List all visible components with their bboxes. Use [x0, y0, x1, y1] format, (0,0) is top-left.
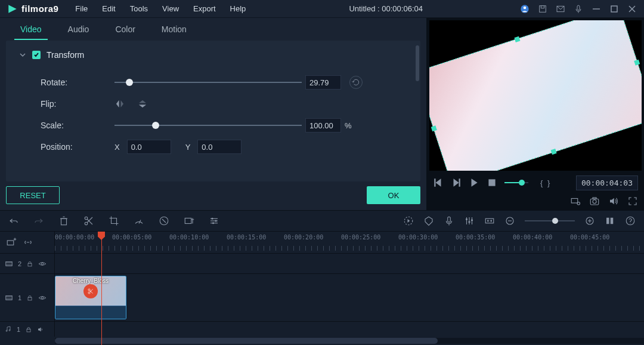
tab-video[interactable]: Video — [7, 19, 55, 40]
window-maximize[interactable] — [609, 4, 619, 14]
svg-point-16 — [593, 200, 596, 204]
rotate-input[interactable] — [305, 75, 341, 90]
ok-button[interactable]: OK — [367, 186, 420, 204]
svg-rect-42 — [485, 218, 494, 223]
eye-icon[interactable] — [38, 294, 47, 302]
redo-icon[interactable] — [33, 215, 44, 226]
svg-rect-49 — [611, 218, 614, 224]
play-icon[interactable] — [469, 177, 479, 188]
undo-icon[interactable] — [8, 215, 19, 226]
svg-point-32 — [215, 220, 217, 222]
link-icon[interactable] — [23, 237, 33, 248]
timeline-scrollbar[interactable] — [55, 338, 644, 344]
menu-help[interactable]: Help — [224, 2, 252, 16]
render-icon[interactable] — [403, 215, 414, 226]
record-vo-icon[interactable] — [444, 215, 454, 226]
scale-slider[interactable] — [114, 119, 302, 131]
rotate-slider[interactable] — [114, 76, 302, 88]
scale-input[interactable] — [305, 118, 341, 133]
flip-vertical-icon[interactable] — [137, 98, 148, 109]
chevron-down-icon[interactable] — [19, 51, 26, 58]
svg-rect-59 — [6, 295, 13, 300]
playhead[interactable] — [101, 232, 102, 345]
app-name: filmora9 — [21, 4, 58, 14]
marker-icon[interactable] — [423, 215, 434, 226]
eye-icon[interactable] — [38, 260, 47, 268]
clip-label: Cherry_Bloss — [73, 278, 109, 284]
lock-icon[interactable] — [26, 260, 33, 267]
adjust-icon[interactable] — [209, 215, 219, 226]
track-num: 2 — [18, 260, 21, 267]
lock-icon[interactable] — [26, 294, 33, 301]
preview-viewport[interactable] — [429, 20, 642, 171]
cut-marker-icon[interactable] — [83, 284, 98, 298]
svg-point-33 — [212, 222, 214, 224]
transform-panel: Transform Rotate: Flip: Scale: % Positio… — [6, 41, 420, 181]
rotate-reset-icon[interactable] — [349, 76, 363, 89]
playback-volume-slider[interactable] — [504, 182, 528, 183]
svg-point-58 — [41, 263, 44, 265]
save-icon[interactable] — [538, 4, 547, 14]
snapshot-icon[interactable] — [589, 196, 600, 207]
stop-icon[interactable] — [487, 177, 497, 188]
speed-icon[interactable] — [134, 215, 144, 226]
tab-audio[interactable]: Audio — [55, 19, 103, 40]
tab-motion[interactable]: Motion — [148, 19, 200, 40]
reset-button[interactable]: RESET — [6, 186, 60, 204]
delete-icon[interactable] — [58, 215, 69, 226]
next-frame-icon[interactable] — [451, 177, 462, 188]
svg-rect-51 — [7, 241, 14, 245]
tab-color[interactable]: Color — [102, 19, 148, 40]
quality-icon[interactable] — [570, 196, 581, 207]
crop-icon[interactable] — [109, 215, 119, 226]
track-manage-icon[interactable] — [605, 215, 615, 226]
preview-clip[interactable] — [429, 20, 642, 171]
mic-icon[interactable] — [574, 4, 583, 14]
position-x-input[interactable] — [127, 140, 171, 154]
transform-title: Transform — [47, 50, 84, 60]
fullscreen-icon[interactable] — [627, 196, 638, 207]
freeze-icon[interactable] — [184, 215, 194, 226]
preview-timecode: 00:00:04:03 — [576, 175, 638, 190]
speaker-icon[interactable] — [37, 326, 44, 333]
position-y-input[interactable] — [197, 140, 242, 154]
zoom-in-icon[interactable] — [584, 215, 595, 226]
marker-braces[interactable]: { } — [540, 178, 551, 187]
volume-icon[interactable] — [608, 196, 619, 207]
zoom-out-icon[interactable] — [504, 215, 515, 226]
zoom-fit-icon[interactable] — [484, 215, 495, 226]
menu-view[interactable]: View — [156, 2, 185, 16]
timeline-clip[interactable]: Cherry_Bloss — [55, 276, 126, 319]
scale-label: Scale: — [19, 121, 114, 130]
transform-checkbox[interactable] — [32, 51, 41, 59]
timeline-toolbar — [0, 210, 644, 232]
menu-export[interactable]: Export — [187, 2, 222, 16]
panel-scrollbar[interactable] — [416, 45, 419, 81]
audio-track-1: 1 — [0, 321, 644, 337]
flip-label: Flip: — [19, 99, 114, 109]
timeline-ruler[interactable]: 00:00:00:0000:00:05:0000:00:10:0000:00:1… — [55, 232, 644, 253]
svg-rect-12 — [488, 179, 495, 186]
svg-rect-54 — [6, 261, 13, 266]
prev-frame-icon[interactable] — [433, 177, 444, 188]
svg-rect-48 — [606, 218, 609, 224]
zoom-slider[interactable] — [525, 220, 575, 221]
flip-horizontal-icon[interactable] — [114, 98, 125, 109]
message-icon[interactable] — [556, 4, 565, 14]
add-track-icon[interactable] — [6, 237, 17, 248]
menu-tools[interactable]: Tools — [124, 2, 154, 16]
svg-point-31 — [212, 218, 213, 220]
account-icon[interactable] — [520, 4, 530, 14]
svg-rect-57 — [28, 263, 32, 266]
window-close[interactable] — [627, 4, 637, 14]
color-match-icon[interactable] — [159, 215, 169, 226]
video-track-icon — [5, 294, 13, 302]
split-icon[interactable] — [83, 215, 94, 226]
window-minimize[interactable] — [592, 4, 601, 14]
menu-edit[interactable]: Edit — [96, 2, 121, 16]
timeline: 00:00:00:0000:00:05:0000:00:10:0000:00:1… — [0, 232, 644, 345]
lock-icon[interactable] — [25, 326, 32, 333]
help-icon[interactable] — [625, 215, 636, 226]
menu-file[interactable]: File — [69, 2, 94, 16]
mixer-icon[interactable] — [464, 215, 475, 226]
